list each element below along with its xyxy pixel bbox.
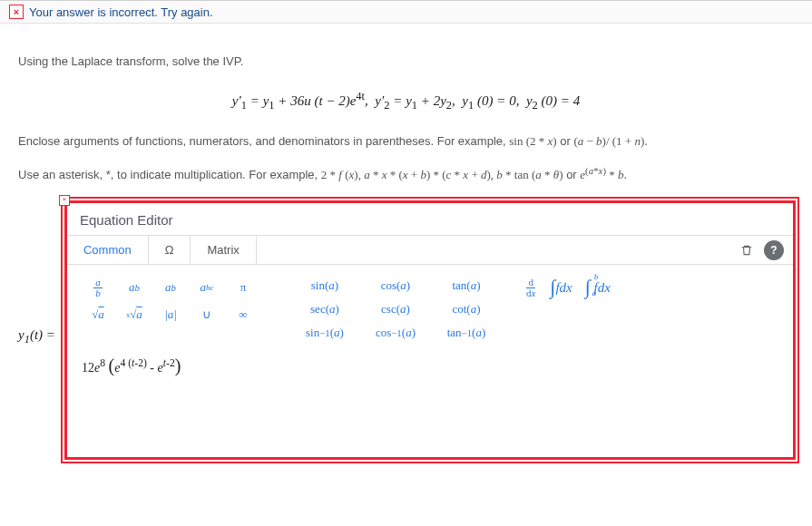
tool-basic[interactable]: abc bbox=[191, 276, 223, 299]
tool-calc[interactable]: ddx bbox=[524, 278, 537, 298]
instruction-1: Enclose arguments of functions, numerato… bbox=[18, 134, 794, 149]
tool-basic[interactable]: x√a bbox=[118, 303, 151, 326]
resize-handle-icon[interactable]: × bbox=[59, 195, 70, 206]
tool-trig[interactable]: sec(a) bbox=[292, 299, 357, 319]
editor-title: Equation Editor bbox=[67, 203, 793, 235]
tab-common[interactable]: Common bbox=[67, 236, 149, 264]
tool-basic[interactable]: |a| bbox=[154, 303, 187, 326]
tool-basic[interactable]: ab bbox=[82, 276, 114, 299]
tool-group-trig: sin(a)cos(a)tan(a)sec(a)csc(a)cot(a)sin−… bbox=[276, 276, 515, 343]
problem-equation: y′1 = y1 + 36u (t − 2)e4t, y′2 = y1 + 2y… bbox=[18, 90, 794, 112]
instruction-2: Use an asterisk, *, to indicate multipli… bbox=[18, 165, 794, 182]
editor-toolbar: ababababcπ√ax√a|a|∪∞ sin(a)cos(a)tan(a)s… bbox=[67, 265, 793, 343]
tool-trig[interactable]: cot(a) bbox=[434, 299, 499, 319]
tool-group-basic: ababababcπ√ax√a|a|∪∞ bbox=[82, 276, 276, 326]
tool-basic[interactable]: π bbox=[227, 276, 259, 299]
tool-group-calc: ddx∫f dx∫ab f dx bbox=[515, 276, 611, 299]
tool-calc[interactable]: ∫f dx bbox=[550, 276, 572, 299]
tool-basic[interactable]: ab bbox=[118, 276, 151, 299]
trash-icon[interactable] bbox=[737, 240, 757, 260]
editor-tabs: Common Ω Matrix ? bbox=[67, 235, 793, 265]
feedback-message: Your answer is incorrect. Try again. bbox=[29, 5, 213, 19]
tool-calc[interactable]: ∫ab f dx bbox=[585, 276, 611, 299]
tool-basic[interactable]: ∪ bbox=[191, 303, 223, 326]
tool-trig[interactable]: tan−1(a) bbox=[434, 323, 499, 343]
tool-trig[interactable]: sin(a) bbox=[292, 276, 357, 296]
tool-trig[interactable]: tan(a) bbox=[434, 276, 499, 296]
equation-input[interactable]: 12e8 (e4 (t-2) - et-2) bbox=[67, 343, 793, 404]
tab-matrix[interactable]: Matrix bbox=[191, 236, 256, 264]
answer-label: y1(t) = bbox=[18, 327, 55, 346]
incorrect-x-icon: × bbox=[9, 5, 24, 19]
tool-trig[interactable]: sin−1(a) bbox=[292, 323, 357, 343]
tool-trig[interactable]: csc(a) bbox=[363, 299, 428, 319]
tool-trig[interactable]: cos(a) bbox=[363, 276, 428, 296]
tool-trig[interactable]: cos−1(a) bbox=[363, 323, 428, 343]
feedback-bar: × Your answer is incorrect. Try again. bbox=[0, 0, 812, 24]
tab-omega[interactable]: Ω bbox=[149, 236, 191, 264]
help-icon[interactable]: ? bbox=[764, 240, 784, 260]
problem-intro: Using the Laplace transform, solve the I… bbox=[18, 54, 794, 68]
tool-basic[interactable]: ∞ bbox=[227, 303, 259, 326]
tool-basic[interactable]: ab bbox=[154, 276, 187, 299]
equation-editor: Equation Editor Common Ω Matrix ? bbox=[64, 200, 796, 460]
tool-basic[interactable]: √a bbox=[82, 303, 114, 326]
